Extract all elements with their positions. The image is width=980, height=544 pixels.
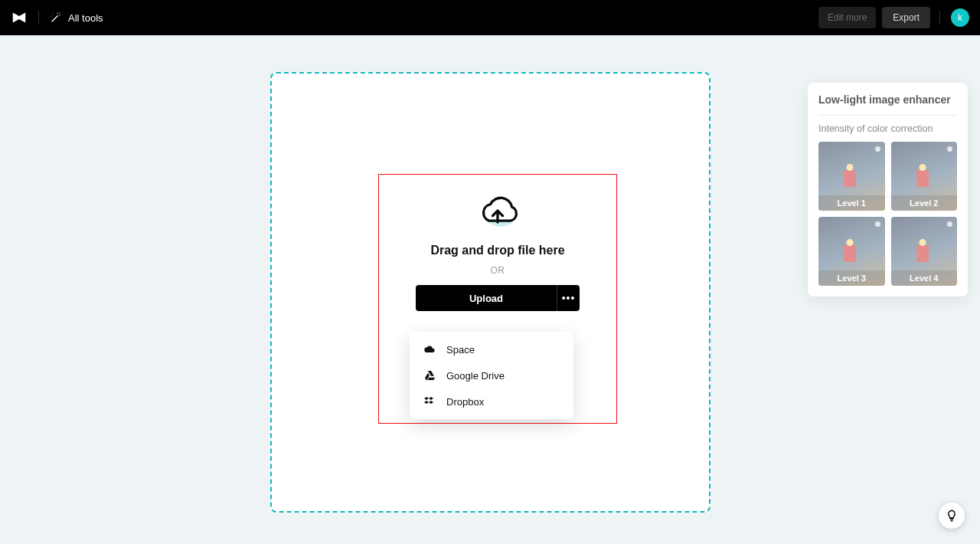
capcut-logo-icon — [11, 9, 28, 26]
level-label: Level 3 — [818, 270, 885, 286]
menu-item-dropbox[interactable]: Dropbox — [410, 388, 573, 415]
cloud-upload-icon — [475, 192, 521, 233]
menu-item-space[interactable]: Space — [410, 336, 573, 362]
divider — [939, 11, 940, 25]
all-tools-label: All tools — [68, 12, 103, 24]
info-dot-icon — [947, 146, 952, 152]
drop-text: Drag and drop file here — [430, 244, 564, 257]
menu-item-google-drive[interactable]: Google Drive — [410, 362, 573, 388]
divider — [38, 11, 39, 25]
top-right: Edit more Export k — [818, 7, 969, 28]
divider — [818, 115, 957, 116]
level-label: Level 4 — [891, 270, 958, 286]
panel-title: Low-light image enhancer — [818, 93, 957, 106]
highlight-box: Drag and drop file here OR Upload ••• Sp… — [378, 174, 617, 424]
menu-label: Dropbox — [446, 396, 484, 408]
wand-icon — [50, 11, 62, 24]
avatar[interactable]: k — [951, 8, 969, 27]
or-text: OR — [491, 265, 505, 276]
export-button[interactable]: Export — [882, 7, 930, 28]
all-tools-button[interactable]: All tools — [50, 11, 103, 24]
level-label: Level 2 — [891, 195, 958, 211]
ellipsis-icon: ••• — [562, 292, 576, 304]
info-dot-icon — [875, 146, 880, 152]
upload-more-button[interactable]: ••• — [557, 285, 580, 311]
upload-button[interactable]: Upload — [416, 285, 557, 311]
info-dot-icon — [947, 221, 952, 227]
upload-module: Drag and drop file here OR Upload ••• Sp… — [379, 192, 616, 311]
cloud-icon — [423, 343, 436, 356]
level-option-1[interactable]: Level 1 — [818, 142, 885, 211]
help-button[interactable] — [939, 503, 965, 529]
panel-subtitle: Intensity of color correction — [818, 123, 957, 134]
level-grid: Level 1 Level 2 Level 3 Level 4 — [818, 142, 957, 286]
info-dot-icon — [875, 221, 880, 227]
enhancer-panel: Low-light image enhancer Intensity of co… — [808, 83, 968, 297]
google-drive-icon — [423, 369, 436, 382]
level-label: Level 1 — [818, 195, 885, 211]
level-option-3[interactable]: Level 3 — [818, 217, 885, 286]
menu-label: Google Drive — [446, 370, 505, 382]
level-option-4[interactable]: Level 4 — [891, 217, 958, 286]
top-bar: All tools Edit more Export k — [0, 0, 980, 35]
upload-button-row: Upload ••• — [416, 285, 580, 311]
menu-label: Space — [446, 344, 475, 356]
lightbulb-icon — [945, 509, 959, 523]
upload-source-menu: Space Google Drive Dropbox — [410, 332, 573, 419]
dropbox-icon — [423, 395, 436, 408]
drop-zone[interactable]: Drag and drop file here OR Upload ••• Sp… — [270, 72, 710, 513]
app-logo[interactable] — [11, 9, 28, 26]
edit-more-button[interactable]: Edit more — [818, 7, 876, 28]
workspace: Drag and drop file here OR Upload ••• Sp… — [0, 35, 980, 544]
level-option-2[interactable]: Level 2 — [891, 142, 958, 211]
